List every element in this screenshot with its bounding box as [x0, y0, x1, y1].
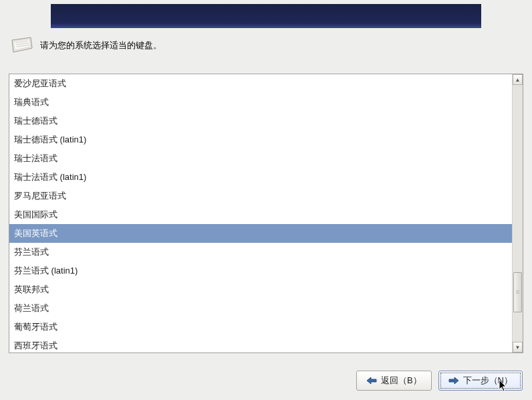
list-item[interactable]: 瑞士德语式 [9, 112, 512, 130]
banner [51, 4, 481, 28]
back-button-label: 返回（B） [381, 375, 422, 387]
keyboard-list[interactable]: 爱沙尼亚语式瑞典语式瑞士德语式瑞士德语式 (latin1)瑞士法语式瑞士法语式 … [9, 74, 512, 353]
list-item[interactable]: 荷兰语式 [9, 299, 512, 318]
list-item[interactable]: 爱沙尼亚语式 [9, 74, 512, 93]
scroll-down-button[interactable]: ▼ [513, 342, 523, 353]
list-item[interactable]: 英联邦式 [9, 280, 512, 299]
button-row: 返回（B） 下一步（N） [356, 371, 523, 391]
scrollbar[interactable]: ▲ ▼ [512, 74, 523, 353]
list-item[interactable]: 瑞士法语式 (latin1) [9, 168, 512, 187]
arrow-left-icon [366, 376, 377, 385]
next-button[interactable]: 下一步（N） [438, 371, 523, 391]
back-button[interactable]: 返回（B） [356, 371, 432, 391]
list-item[interactable]: 芬兰语式 (latin1) [9, 262, 512, 280]
list-item[interactable]: 葡萄牙语式 [9, 318, 512, 336]
list-item[interactable]: 瑞士德语式 (latin1) [9, 130, 512, 149]
scroll-thumb[interactable] [513, 272, 522, 312]
list-item[interactable]: 芬兰语式 [9, 243, 512, 262]
list-item[interactable]: 美国国际式 [9, 205, 512, 224]
list-item[interactable]: 瑞士法语式 [9, 149, 512, 168]
scroll-track[interactable] [513, 85, 523, 342]
list-item[interactable]: 美国英语式 [9, 224, 512, 243]
list-item[interactable]: 瑞典语式 [9, 93, 512, 112]
next-button-label: 下一步（N） [463, 375, 513, 387]
arrow-right-icon [448, 376, 459, 385]
instruction-row: 请为您的系统选择适当的键盘。 [9, 33, 162, 58]
list-item[interactable]: 西班牙语式 [9, 336, 512, 353]
keyboard-listbox: 爱沙尼亚语式瑞典语式瑞士德语式瑞士德语式 (latin1)瑞士法语式瑞士法语式 … [9, 74, 523, 353]
scroll-up-button[interactable]: ▲ [513, 74, 523, 85]
instruction-text: 请为您的系统选择适当的键盘。 [40, 40, 162, 52]
list-item[interactable]: 罗马尼亚语式 [9, 187, 512, 205]
keyboard-icon [9, 36, 33, 55]
